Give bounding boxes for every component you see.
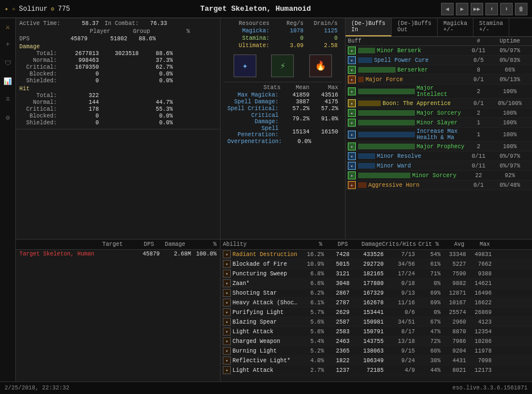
damage-critical-row: Critical: 1679350 62.7%: [19, 64, 217, 70]
ultimate-reg: 3.09: [269, 43, 304, 49]
resources-panel: Resources Reg/s Drain/s Magicka: 1078 11…: [221, 18, 346, 239]
download-button[interactable]: ⬇: [500, 3, 513, 15]
ability-icon-1: ★: [223, 260, 231, 268]
buff-bar-4: [358, 89, 415, 94]
delete-button[interactable]: 🗑: [515, 3, 527, 15]
bottom-panels: Target DPS Damage % Target Skeleton, Hum…: [16, 240, 532, 382]
char-name: Solinur: [19, 5, 47, 13]
buff-bar-9: [358, 144, 415, 149]
ability-icon-5: ★: [223, 299, 231, 307]
ability-name-8: Light Attack: [232, 329, 298, 335]
ability-critpct-6: 0%: [415, 309, 440, 316]
spell-damage-label: Spell Damage:: [227, 99, 281, 105]
ability-avg-7: 2960: [440, 319, 466, 325]
tab-debuffs-in[interactable]: (De-)BuffsIn: [346, 18, 392, 36]
buff-num-1: 0/5: [467, 57, 490, 64]
ability-max-0: 49831: [466, 252, 492, 258]
pct-header: %: [150, 28, 190, 35]
ability-pct-11: 4.0%: [298, 358, 324, 364]
ability-avg-4: 12871: [440, 290, 466, 296]
pct-col-a: %: [297, 241, 322, 248]
sidebar-add-icon[interactable]: +: [2, 39, 14, 51]
damage-label: Damage: [19, 44, 217, 50]
ability-name-7: Blazing Spear: [232, 319, 298, 325]
ability-icon-4: ★: [223, 289, 231, 297]
ability-critpct-5: 69%: [415, 300, 440, 306]
buff-name-container-13: Aggressive Horn: [358, 182, 467, 188]
ability-crits-1: 34/56: [384, 261, 415, 267]
character-info: ✦ ✧ Solinur ⚙ 775: [5, 5, 70, 13]
spell-damage-mean: 3887: [281, 99, 309, 105]
upload-button[interactable]: ⬆: [485, 3, 498, 15]
in-combat-label: In Combat:: [99, 20, 139, 27]
fast-forward-button[interactable]: ▶▶: [471, 3, 483, 15]
buff-bar-3: [358, 77, 364, 82]
target-name: Target Skeleton, Human: [19, 251, 128, 257]
tab-stamina[interactable]: Stamina+/-: [473, 18, 509, 36]
prev-button[interactable]: ◀: [441, 3, 454, 15]
ability-crits-5: 11/16: [384, 300, 415, 306]
buff-num-5: 0/1: [467, 100, 490, 107]
level-icon: ⚙: [51, 6, 55, 12]
tab-debuffs-out[interactable]: (De-)BuffsOut: [392, 18, 438, 36]
crits-col-a: Crits/Hits: [382, 241, 413, 248]
stats-mean-header: Mean: [281, 85, 310, 91]
reg-header: Reg/s: [269, 20, 304, 27]
buff-list-item: ✦ Major Sorcery 2 100%: [346, 108, 532, 118]
ability-dps-6: 2629: [324, 309, 350, 316]
ultimate-icon: 🔥: [309, 55, 332, 77]
buff-num-12: 22: [467, 173, 490, 179]
sidebar-gear-icon[interactable]: ⚙: [2, 111, 14, 124]
version: eso.live.3.3.6.1561871: [452, 385, 527, 391]
buff-list-item: ✦ Increase Max Health & Ma 1 100%: [346, 128, 532, 142]
spell-pen-mean: 15134: [281, 129, 309, 135]
max-col-a: Max: [464, 241, 490, 248]
buff-name-13: Aggressive Horn: [368, 182, 467, 188]
ability-crits-12: 4/9: [384, 367, 415, 374]
ability-list-item: ★ Radiant Destruction 16.2% 7428 433526 …: [221, 250, 532, 259]
ability-avg-8: 8870: [440, 329, 466, 335]
ability-dmg-7: 150981: [350, 319, 384, 325]
buff-icon-11: ✦: [348, 162, 356, 170]
magicka-icon: ✦: [234, 55, 256, 77]
hit-normal-label: Normal:: [19, 99, 59, 106]
ability-dps-0: 7428: [324, 252, 350, 258]
ability-crits-4: 9/13: [384, 290, 415, 296]
buff-name-10: Minor Resolve: [377, 153, 467, 160]
ability-dps-9: 2463: [324, 338, 350, 345]
buff-icon-10: ✦: [348, 152, 356, 160]
buff-uptime-9: 100%: [490, 144, 530, 150]
ability-max-4: 16496: [466, 290, 492, 296]
tab-magicka[interactable]: Magicka+/-: [438, 18, 473, 36]
sidebar-shield-icon[interactable]: 🛡: [2, 57, 14, 69]
stamina-drain: 0: [304, 35, 338, 41]
buff-name-container-6: Major Sorcery: [358, 110, 467, 116]
spell-pen-label: Spell Penetration:: [227, 125, 281, 138]
sidebar-home-icon[interactable]: ⚔: [2, 20, 14, 33]
buff-icon-4: ✦: [348, 87, 356, 95]
ability-max-7: 4123: [466, 319, 492, 325]
buff-col-header: Buff: [348, 38, 467, 44]
ability-critpct-10: 60%: [415, 348, 440, 354]
ability-icon-2: ★: [223, 270, 231, 278]
resources-title: Resources: [224, 20, 269, 27]
buff-list-item: ✦ Spell Power Cure 0/5 0%/83%: [346, 56, 532, 65]
ability-avg-12: 8021: [440, 367, 466, 374]
hit-label: Hit: [19, 86, 217, 92]
player-header: Player: [70, 28, 110, 35]
sidebar-chart-icon[interactable]: 📊: [2, 75, 14, 87]
ability-pct-10: 5.2%: [298, 348, 324, 354]
sidebar-stats-icon[interactable]: ≡: [2, 93, 14, 106]
buff-list-item: ✦ Major Intellect 2 100%: [346, 85, 532, 99]
ability-crits-7: 34/51: [384, 319, 415, 325]
spell-critical-label: Spell Critical:: [227, 106, 281, 112]
damage-blocked-label: Blocked:: [19, 71, 59, 77]
hit-total-row: Total: 322: [19, 93, 217, 99]
char-level: 775: [58, 5, 70, 13]
ability-crits-6: 0/6: [384, 309, 415, 316]
timestamp: 2/25/2018, 22:32:32: [5, 385, 69, 391]
ability-max-12: 12173: [466, 367, 492, 374]
ability-critpct-12: 44%: [415, 367, 440, 374]
next-button[interactable]: ▶: [456, 3, 468, 15]
dps-pct: 88.6%: [127, 36, 156, 42]
